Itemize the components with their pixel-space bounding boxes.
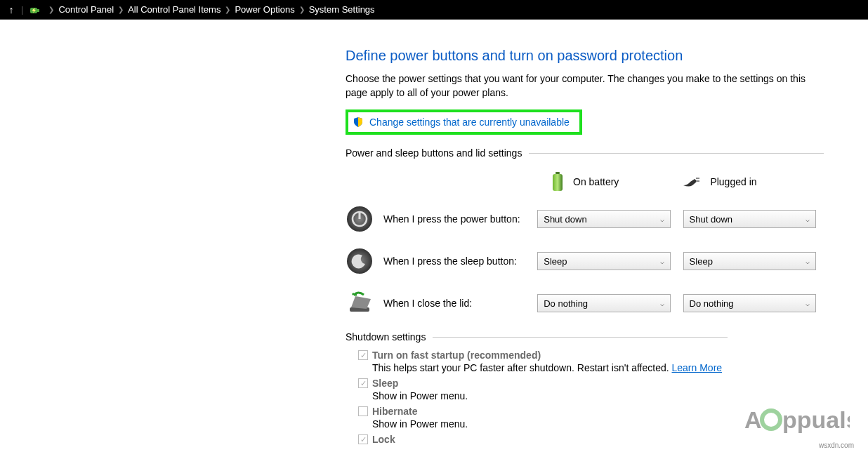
hibernate-checkbox[interactable] [358,406,368,416]
close-lid-battery-dropdown[interactable]: Do nothing⌵ [537,294,670,312]
up-arrow-icon[interactable]: ↑ [4,4,18,15]
close-lid-plugged-dropdown[interactable]: Do nothing⌵ [683,294,816,312]
on-battery-column-header: On battery [549,171,619,192]
chevron-right-icon: ❯ [48,6,54,13]
watermark-text: wsxdn.com [819,441,854,449]
battery-icon [549,171,566,192]
power-button-battery-dropdown[interactable]: Shut down⌵ [537,210,670,228]
chevron-down-icon: ⌵ [805,215,810,223]
power-button-icon [346,205,374,233]
fast-startup-desc: This helps start your PC faster after sh… [372,362,829,373]
chevron-down-icon: ⌵ [805,300,810,307]
fast-startup-checkbox[interactable]: ✓ [358,350,368,360]
plugged-in-column-header: Plugged in [682,171,756,192]
power-button-label: When I press the power button: [383,213,537,225]
sleep-title: Sleep [372,378,398,389]
svg-text:A: A [744,406,762,433]
shield-icon [353,117,364,128]
sleep-button-label: When I press the sleep button: [383,255,537,267]
svg-rect-3 [553,174,563,191]
chevron-right-icon: ❯ [118,6,124,13]
power-section-label: Power and sleep buttons and lid settings [346,147,829,159]
svg-text:ppuals: ppuals [782,406,850,433]
breadcrumb: ↑ | ❯ Control Panel ❯ All Control Panel … [0,0,868,20]
learn-more-link[interactable]: Learn More [672,362,723,373]
power-button-row: When I press the power button: Shut down… [346,205,829,233]
svg-rect-2 [555,172,560,174]
hibernate-title: Hibernate [372,406,418,417]
breadcrumb-item[interactable]: Power Options [235,4,294,15]
sleep-button-battery-dropdown[interactable]: Sleep⌵ [537,252,670,270]
close-lid-label: When I close the lid: [383,298,537,309]
sleep-button-row: When I press the sleep button: Sleep⌵ Sl… [346,247,829,275]
breadcrumb-item[interactable]: All Control Panel Items [128,4,221,15]
page-title: Define power buttons and turn on passwor… [346,48,829,64]
svg-point-12 [762,411,780,429]
page-description: Choose the power settings that you want … [346,72,823,100]
chevron-right-icon: ❯ [299,6,305,13]
chevron-down-icon: ⌵ [660,215,664,223]
svg-rect-4 [696,178,699,179]
change-settings-link-text: Change settings that are currently unava… [369,117,570,128]
laptop-lid-icon [346,289,374,317]
breadcrumb-item[interactable]: System Settings [309,4,375,15]
lock-item: ✓ Lock [358,434,829,445]
lock-title: Lock [372,434,395,445]
fast-startup-item: ✓ Turn on fast startup (recommended) Thi… [358,350,829,373]
appuals-logo: A ppuals [744,400,850,435]
power-button-plugged-dropdown[interactable]: Shut down⌵ [683,210,816,228]
sleep-button-plugged-dropdown[interactable]: Sleep⌵ [683,252,816,270]
shutdown-section-label: Shutdown settings [346,331,829,343]
power-options-icon [29,4,41,16]
chevron-down-icon: ⌵ [660,258,664,265]
sleep-item: ✓ Sleep Show in Power menu. [358,378,829,401]
chevron-right-icon: ❯ [225,6,230,13]
chevron-down-icon: ⌵ [660,300,664,307]
lock-checkbox[interactable]: ✓ [358,434,368,444]
svg-rect-5 [696,180,699,182]
sleep-checkbox[interactable]: ✓ [358,378,368,388]
close-lid-row: When I close the lid: Do nothing⌵ Do not… [346,289,829,317]
change-settings-link[interactable]: Change settings that are currently unava… [346,109,582,135]
plug-icon [682,175,703,188]
breadcrumb-item[interactable]: Control Panel [58,4,114,15]
sleep-button-icon [346,247,374,275]
svg-rect-1 [37,9,39,12]
fast-startup-title: Turn on fast startup (recommended) [372,350,541,361]
chevron-down-icon: ⌵ [805,258,810,265]
